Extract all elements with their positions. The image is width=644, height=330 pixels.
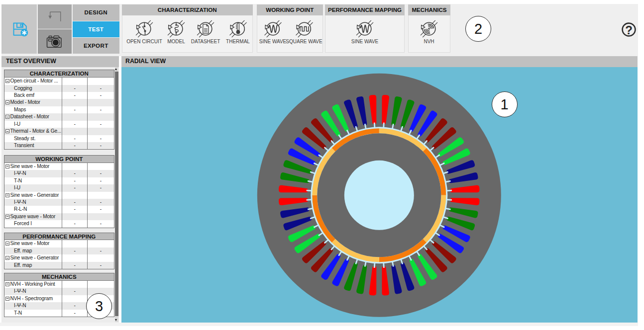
svg-text:?: ? [625,23,633,37]
